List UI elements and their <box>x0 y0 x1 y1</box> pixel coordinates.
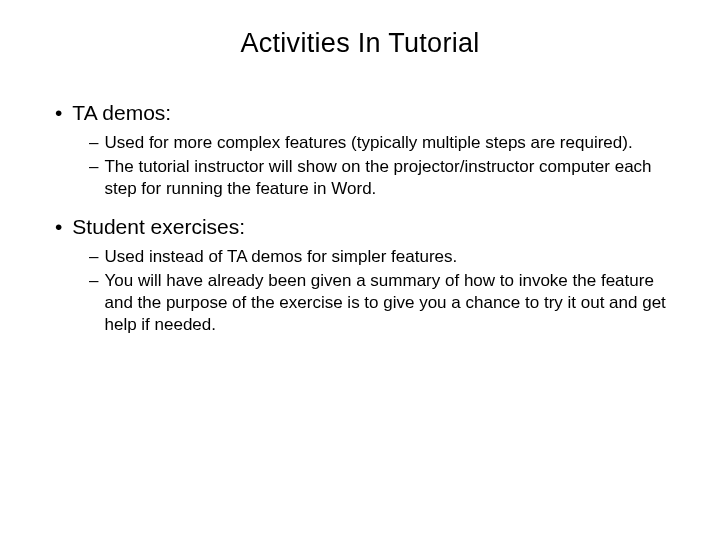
bullet-main: • TA demos: <box>55 99 675 126</box>
dash-icon: – <box>89 132 98 154</box>
dash-icon: – <box>89 246 98 268</box>
dash-icon: – <box>89 270 98 292</box>
bullet-main: • Student exercises: <box>55 213 675 240</box>
sub-bullet-text: Used for more complex features (typicall… <box>104 132 632 154</box>
bullet-label: Student exercises: <box>72 213 245 240</box>
sub-bullet-text: Used instead of TA demos for simpler fea… <box>104 246 457 268</box>
slide-container: Activities In Tutorial • TA demos: – Use… <box>0 0 720 540</box>
sub-bullet-item: – Used for more complex features (typica… <box>89 132 675 154</box>
sub-bullet-item: – Used instead of TA demos for simpler f… <box>89 246 675 268</box>
bullet-item: • TA demos: – Used for more complex feat… <box>55 99 675 201</box>
sub-bullet-text: The tutorial instructor will show on the… <box>104 156 675 200</box>
slide-title: Activities In Tutorial <box>45 28 675 59</box>
sub-bullet-item: – You will have already been given a sum… <box>89 270 675 336</box>
bullet-list: • TA demos: – Used for more complex feat… <box>45 99 675 336</box>
sub-bullet-list: – Used for more complex features (typica… <box>55 132 675 200</box>
bullet-item: • Student exercises: – Used instead of T… <box>55 213 675 337</box>
dash-icon: – <box>89 156 98 178</box>
sub-bullet-list: – Used instead of TA demos for simpler f… <box>55 246 675 336</box>
sub-bullet-item: – The tutorial instructor will show on t… <box>89 156 675 200</box>
sub-bullet-text: You will have already been given a summa… <box>104 270 675 336</box>
bullet-label: TA demos: <box>72 99 171 126</box>
bullet-icon: • <box>55 99 62 126</box>
bullet-icon: • <box>55 213 62 240</box>
